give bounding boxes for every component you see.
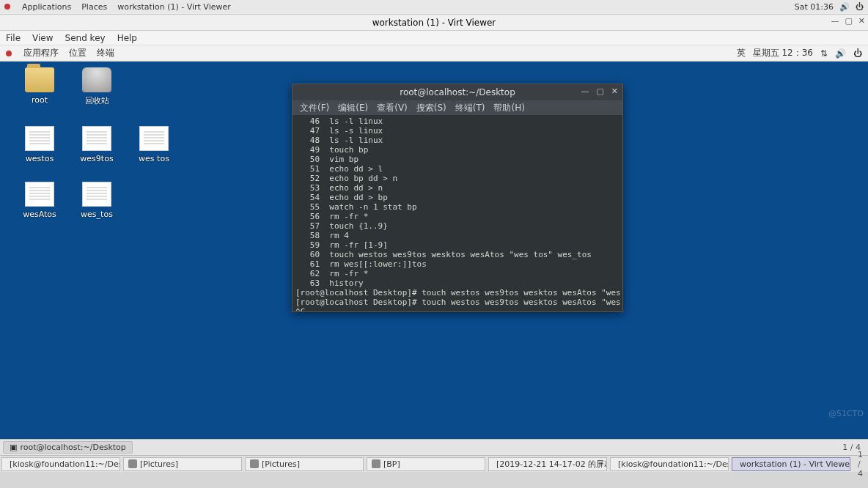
guest-menu-terminal[interactable]: 终端: [97, 47, 114, 59]
menu-places[interactable]: Places: [81, 2, 107, 12]
host-clock: Sat 01:36: [795, 2, 834, 12]
desktop-icon-wes9tos[interactable]: wes9tos: [73, 126, 120, 163]
host-active-app[interactable]: workstation (1) - Virt Viewer: [117, 2, 231, 12]
terminal-titlebar[interactable]: root@localhost:~/Desktop — ▢ ✕: [293, 84, 622, 100]
desktop-icon-trash[interactable]: 回收站: [73, 67, 120, 106]
host-taskbar-item[interactable]: [kiosk@foundation11:~/Desktop]: [610, 457, 729, 471]
host-taskbar-item[interactable]: [BP]: [367, 457, 485, 471]
icon-label: wes tos: [139, 154, 169, 163]
desktop-icon-wesAtos[interactable]: wesAtos: [16, 182, 63, 219]
term-menu-edit[interactable]: 编辑(E): [338, 102, 368, 114]
terminal-menubar: 文件(F) 编辑(E) 查看(V) 搜索(S) 终端(T) 帮助(H): [293, 100, 622, 115]
guest-volume-icon[interactable]: 🔊: [835, 48, 846, 59]
guest-power-icon[interactable]: ⏻: [853, 48, 862, 59]
host-taskbar-label: [Pictures]: [262, 459, 300, 469]
terminal-maximize-button[interactable]: ▢: [596, 86, 603, 96]
input-method-indicator[interactable]: 英: [737, 47, 746, 59]
host-taskbar-item[interactable]: [Pictures]: [245, 457, 364, 471]
maximize-button[interactable]: ▢: [845, 16, 852, 26]
vv-menu-sendkey[interactable]: Send key: [65, 33, 106, 43]
desktop-icon-wes-tos-space[interactable]: wes tos: [130, 126, 177, 163]
terminal-minimize-button[interactable]: —: [581, 86, 589, 96]
guest-clock: 星期五 12：36: [753, 47, 813, 59]
txt-icon: [82, 182, 111, 207]
txt-icon: [82, 126, 111, 151]
host-taskbar: [kiosk@foundation11:~/Desktop][Pictures]…: [0, 455, 868, 472]
host-taskbar-label: [kiosk@foundation11:~/Desktop]: [10, 459, 120, 469]
host-logo: [4, 2, 12, 12]
guest-menu-places[interactable]: 位置: [69, 47, 87, 59]
terminal-icon: ▣: [10, 443, 17, 452]
volume-icon[interactable]: 🔊: [839, 2, 850, 12]
virtviewer-menubar: File View Send key Help: [0, 31, 868, 45]
trash-icon: [82, 67, 111, 92]
host-taskbar-label: [BP]: [383, 459, 400, 469]
host-top-bar: Applications Places workstation (1) - Vi…: [0, 0, 868, 15]
host-taskbar-label: [2019-12-21 14-17-02 的屏幕截图...: [496, 459, 607, 470]
terminal-body[interactable]: 46 ls -l linux 47 ls -s linux 48 ls -l l…: [293, 115, 622, 311]
watermark: @51CTO: [828, 409, 864, 418]
host-workspace-indicator[interactable]: 1 / 4: [852, 450, 868, 478]
virtviewer-titlebar: workstation (1) - Virt Viewer — ▢ ✕: [0, 15, 868, 31]
menu-applications[interactable]: Applications: [22, 2, 71, 12]
term-menu-file[interactable]: 文件(F): [300, 102, 329, 114]
term-menu-view[interactable]: 查看(V): [377, 102, 408, 114]
host-taskbar-label: [Pictures]: [140, 459, 178, 469]
icon-label: wes_tos: [81, 210, 113, 219]
virtviewer-title: workstation (1) - Virt Viewer: [372, 18, 496, 28]
window-icon: [128, 459, 137, 468]
host-taskbar-item[interactable]: [Pictures]: [123, 457, 242, 471]
terminal-window[interactable]: root@localhost:~/Desktop — ▢ ✕ 文件(F) 编辑(…: [292, 84, 623, 312]
guest-taskbar-item[interactable]: ▣ root@localhost:~/Desktop: [3, 441, 133, 454]
desktop-icon-root[interactable]: root: [16, 67, 63, 105]
vv-menu-help[interactable]: Help: [117, 33, 137, 43]
icon-label: westos: [26, 154, 54, 163]
host-taskbar-item[interactable]: [2019-12-21 14-17-02 的屏幕截图...: [488, 457, 607, 471]
icon-label: 回收站: [85, 95, 109, 106]
guest-taskbar: ▣ root@localhost:~/Desktop 1 / 4: [0, 439, 868, 455]
desktop-icon-westos[interactable]: westos: [16, 126, 63, 163]
txt-icon: [139, 126, 169, 151]
term-menu-help[interactable]: 帮助(H): [493, 102, 524, 114]
guest-logo: [6, 48, 13, 59]
folder-icon: [25, 67, 54, 92]
window-icon: [372, 459, 380, 468]
host-taskbar-label: workstation (1) - Virt Viewer: [740, 459, 850, 469]
txt-icon: [25, 126, 54, 151]
icon-label: wesAtos: [23, 210, 56, 219]
vv-menu-file[interactable]: File: [6, 33, 21, 43]
network-icon[interactable]: ⇅: [820, 48, 828, 59]
minimize-button[interactable]: —: [831, 16, 839, 26]
terminal-close-button[interactable]: ✕: [611, 86, 618, 96]
vv-menu-view[interactable]: View: [32, 33, 53, 43]
icon-label: wes9tos: [80, 154, 113, 163]
guest-desktop[interactable]: wes_toswesAtoswes toswes9toswestos回收站roo…: [0, 62, 868, 439]
txt-icon: [25, 182, 54, 207]
term-menu-search[interactable]: 搜索(S): [416, 102, 446, 114]
host-taskbar-item[interactable]: workstation (1) - Virt Viewer: [732, 457, 850, 471]
window-icon: [250, 459, 259, 468]
terminal-title: root@localhost:~/Desktop: [400, 87, 515, 97]
guest-taskbar-label: root@localhost:~/Desktop: [20, 443, 125, 452]
close-button[interactable]: ✕: [858, 16, 865, 26]
icon-label: root: [32, 95, 48, 105]
term-menu-terminal[interactable]: 终端(T): [455, 102, 485, 114]
guest-top-bar: 应用程序 位置 终端 英 星期五 12：36 ⇅ 🔊 ⏻: [0, 45, 868, 62]
power-icon[interactable]: ⏻: [856, 2, 864, 12]
host-taskbar-label: [kiosk@foundation11:~/Desktop]: [618, 459, 729, 469]
guest-menu-apps[interactable]: 应用程序: [23, 47, 59, 59]
host-taskbar-item[interactable]: [kiosk@foundation11:~/Desktop]: [1, 457, 120, 471]
desktop-icon-wes_tos[interactable]: wes_tos: [73, 182, 120, 219]
